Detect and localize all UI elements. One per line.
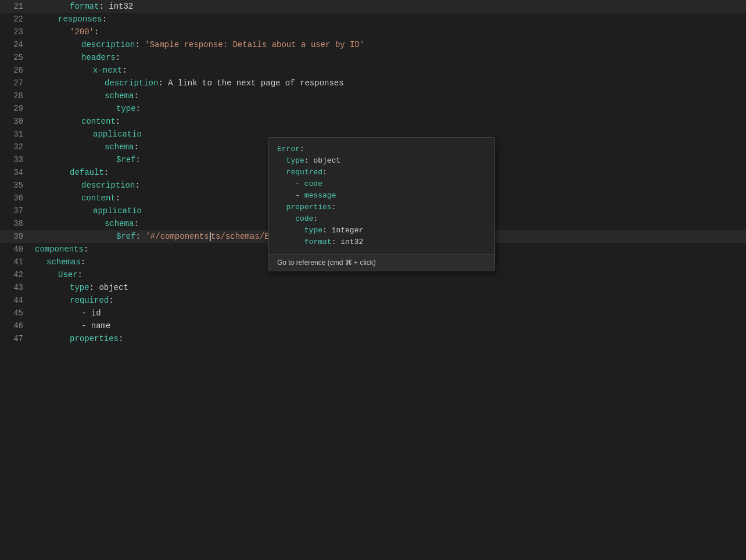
line-46: 46 - name [0, 320, 746, 332]
line-30: 30 content: [0, 115, 746, 128]
line-content-29: type: [35, 102, 746, 115]
tooltip-code-content: Error: type: object required: - code - m… [269, 138, 494, 254]
line-28: 28 schema: [0, 89, 746, 102]
line-number-45: 45 [0, 307, 35, 320]
line-number-32: 32 [0, 141, 35, 153]
line-content-47: properties: [35, 332, 746, 345]
line-24: 24 description: 'Sample response: Detail… [0, 38, 746, 51]
line-number-44: 44 [0, 294, 35, 307]
line-number-36: 36 [0, 192, 35, 204]
tooltip-action-label[interactable]: Go to reference (cmd ⌘ + click) [269, 254, 494, 271]
line-content-44: required: [35, 294, 746, 307]
line-number-30: 30 [0, 115, 35, 128]
line-29: 29 type: [0, 102, 746, 115]
line-26: 26 x-next: [0, 64, 746, 77]
line-47: 47 properties: [0, 332, 746, 345]
tooltip-line-3: required: [277, 167, 486, 178]
line-44: 44 required: [0, 294, 746, 307]
line-number-37: 37 [0, 204, 35, 217]
tooltip-line-2: type: object [277, 155, 486, 167]
line-43: 43 type: object [0, 281, 746, 294]
tooltip-line-5: - message [277, 190, 486, 202]
line-number-29: 29 [0, 102, 35, 115]
line-number-23: 23 [0, 26, 35, 38]
line-number-24: 24 [0, 38, 35, 51]
line-number-33: 33 [0, 153, 35, 166]
line-number-42: 42 [0, 268, 35, 281]
line-content-21: format: int32 [35, 0, 746, 13]
line-content-22: responses: [35, 13, 746, 26]
line-content-43: type: object [35, 281, 746, 294]
line-number-25: 25 [0, 51, 35, 64]
line-content-23: '200': [35, 26, 746, 38]
line-number-21: 21 [0, 0, 35, 13]
line-21: 21 format: int32 [0, 0, 746, 13]
line-number-26: 26 [0, 64, 35, 77]
line-25: 25 headers: [0, 51, 746, 64]
line-27: 27 description: A link to the next page … [0, 77, 746, 89]
line-45: 45 - id [0, 307, 746, 320]
line-number-34: 34 [0, 166, 35, 179]
tooltip-line-7: code: [277, 213, 486, 225]
line-23: 23 '200': [0, 26, 746, 38]
line-number-31: 31 [0, 128, 35, 141]
tooltip-line-6: properties: [277, 202, 486, 213]
line-content-28: schema: [35, 89, 746, 102]
line-content-26: x-next: [35, 64, 746, 77]
line-content-30: content: [35, 115, 746, 128]
hover-tooltip: Error: type: object required: - code - m… [268, 137, 495, 271]
line-number-43: 43 [0, 281, 35, 294]
line-content-27: description: A link to the next page of … [35, 77, 746, 89]
tooltip-line-8: type: integer [277, 225, 486, 236]
line-content-24: description: 'Sample response: Details a… [35, 38, 746, 51]
line-number-35: 35 [0, 179, 35, 192]
line-content-46: - name [35, 320, 746, 332]
code-editor: 21 format: int32 22 responses: 23 '200':… [0, 0, 746, 560]
line-number-38: 38 [0, 217, 35, 230]
line-number-40: 40 [0, 243, 35, 256]
line-number-41: 41 [0, 256, 35, 268]
line-number-27: 27 [0, 77, 35, 89]
line-number-22: 22 [0, 13, 35, 26]
line-content-25: headers: [35, 51, 746, 64]
line-content-45: - id [35, 307, 746, 320]
tooltip-line-4: - code [277, 178, 486, 190]
line-number-46: 46 [0, 320, 35, 332]
line-number-47: 47 [0, 332, 35, 345]
tooltip-action-text: Go to reference (cmd ⌘ + click) [277, 259, 376, 267]
tooltip-line-1: Error: [277, 143, 486, 155]
line-number-39: 39 [0, 230, 35, 243]
tooltip-line-9: format: int32 [277, 236, 486, 248]
line-22: 22 responses: [0, 13, 746, 26]
line-number-28: 28 [0, 89, 35, 102]
